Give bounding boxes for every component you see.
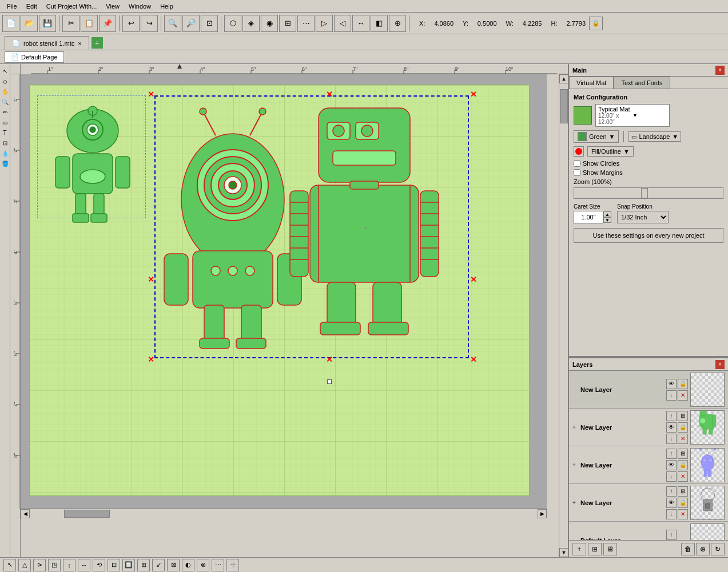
scroll-right-button[interactable]: ▶	[538, 509, 547, 518]
layer-visibility-btn[interactable]: 👁	[666, 379, 677, 389]
center-handle[interactable]	[327, 379, 332, 384]
zoom-tool[interactable]: 🔍	[1, 97, 10, 106]
mat-dropdown[interactable]: Typical Mat 12.00" x 12.00" ▼	[595, 104, 670, 127]
layer-item[interactable]: New Layer 👁 🔒 ↓ ✕	[569, 371, 728, 409]
main-panel-close[interactable]: ×	[715, 66, 725, 75]
zoom-in-button[interactable]: 🔍	[164, 15, 181, 32]
handle-mr[interactable]: ✕	[470, 275, 477, 284]
handle-bm[interactable]: ✕	[326, 355, 333, 364]
layer-delete-btn[interactable]: ✕	[678, 390, 688, 401]
layer-merge-button[interactable]: ⊕	[696, 543, 710, 555]
layer-delete-btn[interactable]: ✕	[678, 509, 688, 519]
bottom-btn-8[interactable]: ⊡	[108, 559, 120, 571]
handle-tl[interactable]: ✕	[148, 90, 154, 99]
bottom-btn-3[interactable]: ⊳	[33, 559, 46, 571]
bottom-btn-9[interactable]: 🔲	[122, 559, 135, 571]
bottom-btn-6[interactable]: ↔	[78, 559, 90, 571]
layer-down-btn[interactable]: ↓	[666, 471, 677, 482]
layer-item[interactable]: + New Layer ↑ ⊞ 👁 🔒 ↓ ✕	[569, 409, 728, 446]
layer-visibility-btn[interactable]: 👁	[666, 422, 677, 433]
canvas[interactable]: ✕ ✕ ✕ ✕ ✕ ✕ ✕ ✕	[21, 74, 547, 509]
robot2-svg[interactable]	[158, 102, 307, 354]
layer-lock-btn[interactable]: 🔒	[678, 422, 688, 433]
scroll-down-button[interactable]: ▼	[559, 548, 568, 557]
settings-button[interactable]: Use these settings on every new project	[574, 228, 723, 243]
caret-size-down[interactable]: ▼	[603, 217, 611, 223]
zoom-thumb[interactable]	[641, 188, 648, 198]
layer-up-btn[interactable]: ↑	[666, 530, 677, 540]
default-page-tab[interactable]: 📄 Default Page	[5, 51, 64, 63]
layer-up-btn[interactable]: ↑	[666, 449, 677, 459]
add-layer-button[interactable]: +	[572, 543, 586, 555]
layer-down-btn[interactable]: ↓	[666, 509, 677, 519]
bottom-btn-12[interactable]: ⊠	[167, 559, 180, 571]
document-tab[interactable]: 📄 robot stencil 1.mtc ×	[5, 36, 89, 50]
undo-button[interactable]: ↩	[122, 15, 140, 32]
layer-up-btn[interactable]: ↑	[666, 411, 677, 421]
bottom-btn-14[interactable]: ⊗	[197, 559, 209, 571]
bottom-btn-1[interactable]: ↖	[3, 559, 16, 571]
layer-display-button[interactable]: 🖥	[603, 543, 617, 555]
h-scroll-track[interactable]	[30, 509, 538, 518]
new-tab-button[interactable]: +	[92, 37, 103, 49]
scroll-left-button[interactable]: ◀	[21, 509, 30, 518]
bottom-btn-2[interactable]: △	[18, 559, 31, 571]
node-tool[interactable]: ◇	[1, 77, 10, 86]
fill-dropdown[interactable]: Fill/Outline ▼	[587, 146, 634, 157]
layer-item[interactable]: + New Layer ↑ ⊞ 👁 🔒 ↓ ✕	[569, 446, 728, 484]
h-scroll-thumb[interactable]	[64, 510, 110, 518]
caret-size-up[interactable]: ▲	[603, 211, 611, 217]
tab-virtual-mat[interactable]: Virtual Mat	[569, 77, 614, 89]
bottom-btn-15[interactable]: ⋯	[212, 559, 224, 571]
bottom-btn-5[interactable]: ↕	[63, 559, 75, 571]
caret-size-field[interactable]	[574, 211, 603, 223]
layer-visibility-btn[interactable]: 👁	[666, 460, 677, 470]
menu-file[interactable]: File	[2, 2, 22, 11]
show-circles-checkbox[interactable]	[574, 160, 580, 167]
menu-cut-project[interactable]: Cut Project With...	[42, 2, 102, 11]
tool8[interactable]: ↔	[352, 15, 369, 32]
tool7[interactable]: ◁	[334, 15, 351, 32]
layer-delete-btn[interactable]: ✕	[678, 471, 688, 482]
tool9[interactable]: ◧	[371, 15, 388, 32]
bottom-btn-4[interactable]: ◳	[48, 559, 61, 571]
save-button[interactable]: 💾	[39, 15, 56, 32]
canvas-area[interactable]: ✕ ✕ ✕ ✕ ✕ ✕ ✕ ✕ ◀	[21, 74, 559, 557]
tab-text-and-fonts[interactable]: Text and Fonts	[614, 77, 670, 89]
menu-window[interactable]: Window	[124, 2, 156, 11]
layer-grid-btn[interactable]: ⊞	[678, 449, 688, 459]
fill-tool[interactable]: 🪣	[1, 159, 10, 168]
layer-visibility-btn[interactable]: 👁	[666, 498, 677, 508]
robot3-svg[interactable]	[287, 102, 453, 354]
show-margins-checkbox[interactable]	[574, 169, 580, 176]
bottom-btn-13[interactable]: ◐	[182, 559, 194, 571]
menu-help[interactable]: Help	[156, 2, 178, 11]
orientation-dropdown[interactable]: ▭ Landscape ▼	[628, 131, 681, 142]
layer-delete-btn[interactable]: ✕	[678, 434, 688, 444]
paste-button[interactable]: 📌	[99, 15, 116, 32]
layer-lock-btn[interactable]: 🔒	[678, 379, 688, 389]
v-scroll-thumb[interactable]	[560, 89, 568, 123]
layer-lock-btn[interactable]: 🔒	[678, 498, 688, 508]
layer-grid-btn[interactable]: ⊞	[678, 486, 688, 497]
tool1[interactable]: ⬡	[224, 15, 241, 32]
cut-button[interactable]: ✂	[62, 15, 79, 32]
bottom-btn-10[interactable]: ⊞	[137, 559, 150, 571]
tool10[interactable]: ⊕	[389, 15, 406, 32]
layer-up-btn[interactable]: ↑	[666, 486, 677, 497]
redo-button[interactable]: ↪	[141, 15, 158, 32]
tool6[interactable]: ▷	[316, 15, 333, 32]
tool2[interactable]: ◈	[242, 15, 260, 32]
lock-button[interactable]: 🔒	[589, 17, 603, 30]
layer-item[interactable]: + New Layer ↑ ⊞ 👁 🔒 ↓ ✕	[569, 484, 728, 522]
handle-tm[interactable]: ✕	[326, 90, 333, 99]
v-scroll-track[interactable]	[559, 83, 568, 548]
zoom-out-button[interactable]: 🔎	[182, 15, 200, 32]
handle-tr[interactable]: ✕	[470, 90, 477, 99]
eyedropper-tool[interactable]: 💧	[1, 149, 10, 158]
tool4[interactable]: ⊞	[279, 15, 296, 32]
zoom-slider[interactable]	[574, 187, 723, 199]
handle-bl[interactable]: ✕	[148, 355, 154, 364]
layer-lock-btn[interactable]: 🔒	[678, 460, 688, 470]
handle-br[interactable]: ✕	[470, 355, 477, 364]
